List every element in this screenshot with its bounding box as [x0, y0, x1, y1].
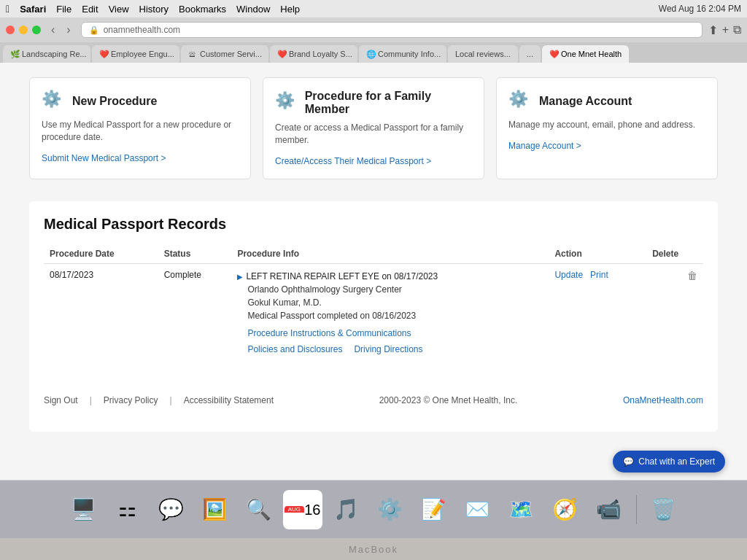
dock-divider [636, 495, 637, 524]
records-table: Procedure Date Status Procedure Info Act… [44, 244, 703, 362]
menu-window[interactable]: Window [236, 4, 270, 15]
family-member-desc: Create or access a Medical Passport for … [275, 122, 472, 147]
menu-edit[interactable]: Edit [82, 4, 98, 15]
menu-view[interactable]: View [109, 4, 129, 15]
cell-procedure-info: ▶ LEFT RETINA REPAIR LEFT EYE on 08/17/2… [231, 263, 549, 362]
manage-account-link[interactable]: Manage Account > [508, 141, 581, 151]
footer-sep-2: | [170, 395, 172, 405]
col-delete: Delete [646, 244, 703, 264]
dock-facetime[interactable]: 📹 [589, 490, 629, 529]
delete-icon[interactable]: 🗑 [687, 270, 697, 281]
dock-messages[interactable]: 💬 [152, 490, 191, 529]
new-procedure-link[interactable]: Submit New Medical Passport > [42, 153, 166, 163]
dock-notes[interactable]: 📝 [414, 490, 454, 529]
new-tab-button[interactable]: + [722, 23, 729, 36]
tab-favicon-landscaping: 🌿 [10, 50, 19, 58]
new-procedure-desc: Use my Medical Passport for a new proced… [42, 119, 239, 144]
chat-label: Chat with an Expert [638, 456, 715, 467]
back-button[interactable]: ‹ [47, 22, 59, 38]
tab-favicon-employee: ❤️ [99, 50, 108, 58]
macbook-label: MacBook [0, 538, 747, 560]
tab-label-customer: Customer Servi... [200, 50, 262, 58]
dock-maps[interactable]: 🗺️ [502, 490, 541, 529]
menubar:  Safari File Edit View History Bookmark… [0, 0, 747, 18]
expand-icon[interactable]: ▶ [237, 271, 243, 282]
tabs-bar: 🌿 Landscaping Re... ❤️ Employee Engu... … [0, 42, 747, 63]
menu-file[interactable]: File [56, 4, 71, 15]
browser-chrome: ‹ › 🔒 onamnethealth.com ⬆ + ⧉ [0, 18, 747, 42]
accessibility-link[interactable]: Accessibility Statement [184, 395, 274, 405]
tab-brand[interactable]: ❤️ Brand Loyalty S... [270, 45, 357, 63]
share-button[interactable]: ⬆ [708, 23, 718, 37]
new-procedure-icon: ⚙️ [42, 90, 65, 113]
apple-menu[interactable]:  [6, 3, 9, 15]
app-menu-safari[interactable]: Safari [20, 4, 46, 15]
records-section: Medical Passport Records Procedure Date … [29, 201, 718, 432]
tab-landscaping[interactable]: 🌿 Landscaping Re... [3, 45, 90, 63]
completed-note: Medical Passport completed on 08/16/2023 [237, 309, 543, 322]
tab-employee[interactable]: ❤️ Employee Engu... [92, 45, 179, 63]
dock-launchpad[interactable]: ⚏ [108, 490, 147, 529]
tab-label-reviews: Local reviews... [455, 50, 511, 58]
menu-bookmarks[interactable]: Bookmarks [179, 4, 226, 15]
tab-label-brand: Brand Loyalty S... [289, 50, 352, 58]
dock-calendar[interactable]: AUG 16 [283, 490, 322, 529]
sign-out-link[interactable]: Sign Out [44, 395, 78, 405]
url-display: onamnethealth.com [104, 25, 180, 35]
minimize-button[interactable] [19, 26, 28, 34]
sidebar-button[interactable]: ⧉ [733, 23, 741, 36]
tab-customer[interactable]: 🛎 Customer Servi... [181, 45, 268, 63]
procedure-name-text: LEFT RETINA REPAIR LEFT EYE on 08/17/202… [246, 270, 438, 283]
dock-settings[interactable]: ⚙️ [371, 490, 410, 529]
footer-links: Sign Out | Privacy Policy | Accessibilit… [44, 395, 274, 405]
maximize-button[interactable] [32, 26, 41, 34]
procedure-instructions-link[interactable]: Procedure Instructions & Communications [247, 327, 543, 340]
dock-photos[interactable]: 🖼️ [196, 490, 235, 529]
tab-misc[interactable]: ... [519, 45, 541, 63]
manage-account-icon: ⚙️ [508, 90, 532, 113]
close-button[interactable] [6, 26, 15, 34]
dock-mail[interactable]: ✉️ [458, 490, 498, 529]
doctor-name: Gokul Kumar, M.D. [237, 296, 543, 309]
card-new-procedure: ⚙️ New Procedure Use my Medical Passport… [29, 77, 251, 179]
col-procedure-date: Procedure Date [44, 244, 158, 264]
tab-reviews[interactable]: Local reviews... [448, 45, 518, 63]
table-row: 08/17/2023 Complete ▶ LEFT RETINA REPAIR… [44, 263, 703, 362]
footer-website[interactable]: OnaMnetHealth.com [623, 395, 703, 405]
tab-label-community: Community Info... [378, 50, 441, 58]
privacy-policy-link[interactable]: Privacy Policy [104, 395, 158, 405]
chat-button[interactable]: 💬 Chat with an Expert [613, 451, 725, 472]
footer: Sign Out | Privacy Policy | Accessibilit… [44, 384, 703, 417]
chat-icon: 💬 [623, 456, 634, 467]
tab-onamnet[interactable]: ❤️ One Mnet Health [542, 45, 629, 63]
tab-favicon-brand: ❤️ [277, 50, 286, 58]
facility-name: Orlando Ophthalmology Surgery Center [237, 283, 543, 296]
tab-favicon-customer: 🛎 [188, 50, 197, 58]
tab-label-landscaping: Landscaping Re... [22, 50, 87, 58]
dock-safari[interactable]: 🧭 [546, 490, 585, 529]
family-member-link[interactable]: Create/Access Their Medical Passport > [275, 156, 431, 166]
dock-finder[interactable]: 🖥️ [64, 490, 104, 529]
webpage: ⚙️ New Procedure Use my Medical Passport… [0, 63, 747, 480]
forward-button[interactable]: › [62, 22, 74, 38]
new-procedure-title: New Procedure [72, 95, 157, 108]
policies-disclosures-link[interactable]: Policies and Disclosures [247, 343, 342, 356]
card-family-member: ⚙️ Procedure for a Family Member Create … [263, 77, 484, 179]
col-action: Action [549, 244, 646, 264]
tab-community[interactable]: 🌐 Community Info... [359, 45, 446, 63]
driving-directions-link[interactable]: Driving Directions [354, 343, 422, 356]
dock-search[interactable]: 🔍 [239, 490, 279, 529]
menu-help[interactable]: Help [280, 4, 300, 15]
tab-favicon-community: 🌐 [366, 50, 375, 58]
tab-label-onamnet: One Mnet Health [561, 50, 622, 58]
dock: 🖥️ ⚏ 💬 🖼️ 🔍 AUG 16 🎵 ⚙️ 📝 ✉️ 🗺️ 🧭 📹 🗑️ [0, 480, 747, 538]
dock-trash[interactable]: 🗑️ [644, 490, 684, 529]
security-icon: 🔒 [89, 26, 99, 35]
footer-sep-1: | [90, 395, 92, 405]
col-procedure-info: Procedure Info [231, 244, 549, 264]
update-link[interactable]: Update [554, 270, 583, 280]
print-link[interactable]: Print [590, 270, 608, 280]
dock-music[interactable]: 🎵 [327, 490, 366, 529]
menu-history[interactable]: History [139, 4, 169, 15]
address-bar[interactable]: 🔒 onamnethealth.com [81, 22, 703, 38]
